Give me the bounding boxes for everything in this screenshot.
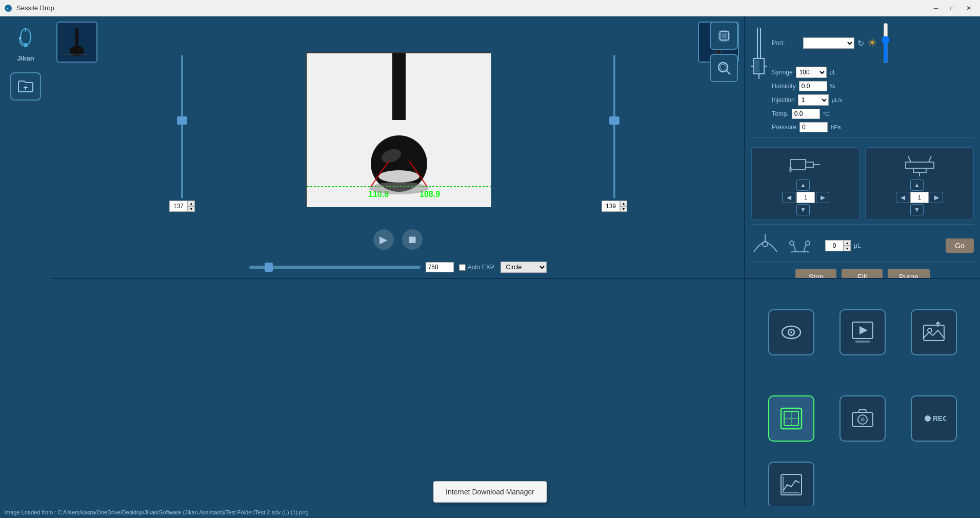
injection-unit: μL/s xyxy=(832,97,843,103)
right-slider-thumb[interactable] xyxy=(609,116,619,125)
port-select[interactable] xyxy=(803,37,854,49)
svg-rect-10 xyxy=(75,28,78,48)
image-upload-button[interactable] xyxy=(911,309,957,355)
motor-right-right[interactable]: ▶ xyxy=(930,192,943,203)
refresh-button[interactable]: ↻ xyxy=(857,38,864,48)
live-view-button[interactable] xyxy=(768,309,814,355)
left-slider-thumb[interactable] xyxy=(177,116,187,125)
injection-select[interactable]: 1 xyxy=(798,94,829,106)
left-slider-track[interactable] xyxy=(181,55,183,198)
video-play-icon xyxy=(850,320,875,345)
syringe-select[interactable]: 100 xyxy=(796,67,827,78)
temp-input[interactable] xyxy=(792,109,820,119)
maximize-button[interactable]: □ xyxy=(945,3,959,13)
svg-point-71 xyxy=(928,328,932,332)
go-button[interactable]: Go xyxy=(946,238,974,253)
right-panel: Port: ↻ ☀ Syringe 100 xyxy=(744,16,980,278)
app-icon: S xyxy=(4,4,12,12)
chart-icon xyxy=(779,472,804,497)
bottom-right-panel: REC xyxy=(744,279,980,518)
dose-down[interactable]: ▼ xyxy=(844,246,851,251)
shape-select[interactable]: Circle Ellipse Polynomial xyxy=(501,262,547,273)
dose-up[interactable]: ▲ xyxy=(844,240,851,246)
content-area: ▲ ▼ ▲ ▼ xyxy=(51,16,980,518)
play-button[interactable]: ▶ xyxy=(373,229,394,250)
dosing-left-icon xyxy=(751,234,779,257)
chip-icon xyxy=(716,28,732,44)
dose-input[interactable] xyxy=(825,240,844,251)
thumbnail-left xyxy=(56,22,97,63)
left-slider-input[interactable] xyxy=(169,201,188,212)
pressure-row: Pressure hPa xyxy=(772,122,974,132)
left-slider-up[interactable]: ▲ xyxy=(188,201,195,206)
auto-exp-checkbox[interactable] xyxy=(459,264,466,271)
right-slider-track[interactable] xyxy=(613,55,615,198)
stop-icon: ⏹ xyxy=(407,234,417,246)
magnifier-icon xyxy=(716,60,732,76)
video-play-button[interactable] xyxy=(839,309,886,355)
svg-rect-48 xyxy=(806,162,813,167)
bottom-left-panel xyxy=(51,279,744,518)
camera-settings-button[interactable] xyxy=(710,22,738,50)
camera-button[interactable] xyxy=(839,395,886,442)
svg-line-60 xyxy=(793,244,796,252)
idm-popup: Internet Download Manager xyxy=(433,481,547,503)
minimize-button[interactable]: ─ xyxy=(929,3,943,13)
pressure-input[interactable] xyxy=(799,122,828,132)
logo-label: Jikan xyxy=(17,54,34,62)
close-button[interactable]: ✕ xyxy=(962,3,976,13)
play-icon: ▶ xyxy=(379,233,387,246)
app-title: Sessile Drop xyxy=(16,4,54,12)
right-slider-up[interactable]: ▲ xyxy=(620,201,627,206)
svg-rect-55 xyxy=(913,168,926,172)
stop-button[interactable]: ⏹ xyxy=(402,229,423,250)
motor-left-right[interactable]: ▶ xyxy=(816,192,829,203)
svg-rect-47 xyxy=(790,160,806,170)
right-slider-input[interactable] xyxy=(602,201,620,212)
logo-area: Jikan xyxy=(13,27,38,62)
left-slider-down[interactable]: ▼ xyxy=(188,206,195,212)
motor-right-down[interactable]: ▼ xyxy=(910,204,924,215)
humidity-input[interactable] xyxy=(799,81,827,91)
svg-rect-78 xyxy=(781,474,802,495)
motor-left-up[interactable]: ▲ xyxy=(796,180,810,191)
motor-right-value[interactable] xyxy=(910,192,929,203)
exposure-slider-thumb[interactable] xyxy=(265,263,273,272)
right-slider-value[interactable]: ▲ ▼ xyxy=(602,201,627,212)
humidity-unit: % xyxy=(830,83,835,89)
svg-point-23 xyxy=(369,182,429,194)
exposure-slider-track[interactable] xyxy=(249,266,421,269)
right-slider-down[interactable]: ▼ xyxy=(620,206,627,212)
svg-rect-50 xyxy=(789,167,792,172)
sidebar: Jikan xyxy=(0,16,51,518)
syringe-unit: μL xyxy=(830,69,836,75)
motor-right-card: ▲ ◀ ▶ ▼ xyxy=(865,147,974,220)
chart-button[interactable] xyxy=(768,462,814,508)
motor-left-arrows: ▲ ◀ ▶ ▼ xyxy=(782,180,829,215)
add-folder-button[interactable] xyxy=(10,72,41,101)
live-analysis-button[interactable] xyxy=(768,395,814,442)
motor-left-icon xyxy=(789,152,823,177)
idm-popup-text: Internet Download Manager xyxy=(446,488,534,496)
left-slider-value[interactable]: ▲ ▼ xyxy=(169,201,195,212)
brightness-slider[interactable] xyxy=(881,23,891,64)
motor-left-left[interactable]: ◀ xyxy=(782,192,795,203)
record-button[interactable]: REC xyxy=(911,395,957,442)
folder-plus-icon xyxy=(17,79,34,94)
right-vertical-slider: ▲ ▼ xyxy=(602,55,627,212)
svg-rect-69 xyxy=(855,341,870,343)
exposure-input[interactable] xyxy=(426,262,454,272)
zoom-button[interactable] xyxy=(710,54,738,82)
motor-left-value[interactable] xyxy=(796,192,815,203)
port-row: Port: ↻ ☀ xyxy=(772,23,974,64)
svg-point-39 xyxy=(720,64,726,70)
motor-left-down[interactable]: ▼ xyxy=(796,204,810,215)
motor-right-up[interactable]: ▲ xyxy=(910,180,924,191)
status-bar: Image Loaded from : C:/Users/kasra/OneDr… xyxy=(0,506,980,518)
status-text: Image Loaded from : C:/Users/kasra/OneDr… xyxy=(4,509,309,515)
dosing-right-icon xyxy=(786,234,814,257)
dose-spinner[interactable]: ▲ ▼ xyxy=(825,240,851,251)
svg-point-5 xyxy=(19,37,21,39)
temp-row: Temp. °C xyxy=(772,109,974,119)
motor-right-left[interactable]: ◀ xyxy=(896,192,909,203)
